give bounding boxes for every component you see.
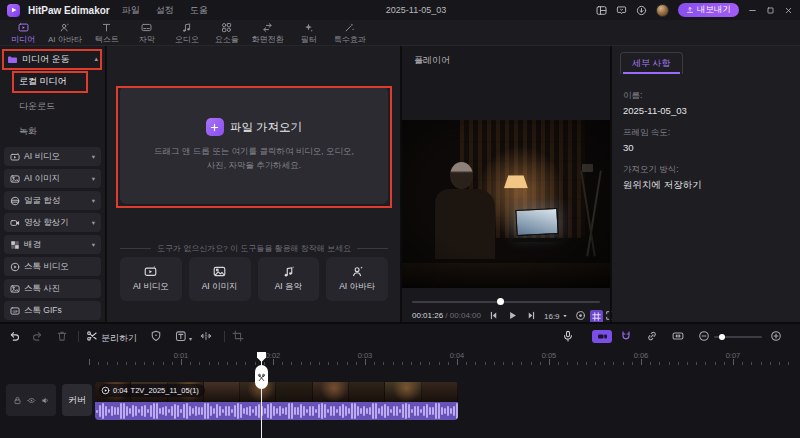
- sidebar-group-stock-gif[interactable]: GIF스톡 GIFs: [4, 301, 101, 320]
- tab-media[interactable]: 미디어: [3, 20, 43, 45]
- sidebar-section-media[interactable]: 미디어 운동 ▴: [0, 49, 105, 69]
- menu-file[interactable]: 파일: [118, 4, 144, 17]
- video-preview[interactable]: [402, 120, 610, 288]
- lock-icon[interactable]: [13, 396, 22, 405]
- ai-tool-ai-video[interactable]: AI 비디오: [120, 257, 182, 301]
- play-button[interactable]: [507, 310, 518, 321]
- ai-tool-ai-music[interactable]: AI 음악: [258, 257, 320, 301]
- undo-button[interactable]: [8, 330, 20, 342]
- sidebar-group-face-swap[interactable]: 얼굴 합성▾: [4, 191, 101, 210]
- sidebar-item-0[interactable]: 로컬 미디어: [0, 69, 105, 94]
- waveform-bar: [354, 403, 356, 419]
- playback-slider-handle[interactable]: [497, 298, 504, 305]
- minimize-button[interactable]: [748, 6, 757, 15]
- fit-timeline-button[interactable]: [672, 330, 684, 342]
- waveform-bar: [240, 404, 242, 419]
- waveform-bar: [369, 407, 371, 416]
- timeline-clip[interactable]: 0:04 T2V_2025_11_05(1): [95, 382, 458, 420]
- sidebar-group-label: 스톡 GIFs: [24, 305, 62, 317]
- ruler-tick: [687, 362, 688, 365]
- menu-settings[interactable]: 설정: [152, 4, 178, 17]
- tab-ai-avatar[interactable]: AI 아바타: [43, 20, 87, 45]
- ruler-tick: [751, 362, 752, 365]
- waveform-bar: [405, 403, 407, 419]
- waveform-bar: [333, 406, 335, 417]
- waveform-bar: [114, 407, 116, 415]
- maximize-button[interactable]: [766, 6, 775, 15]
- stock-gif-icon: GIF: [10, 306, 20, 316]
- tab-label: 화면전환: [252, 34, 284, 45]
- mute-icon[interactable]: [41, 396, 50, 405]
- download-icon[interactable]: [636, 5, 647, 16]
- tab-subtitle[interactable]: 자막: [127, 20, 167, 45]
- cover-button[interactable]: 커버: [62, 384, 92, 416]
- timeline-zoom-handle[interactable]: [719, 334, 725, 340]
- waveform-bar: [330, 406, 332, 416]
- ruler-tick: [393, 362, 394, 365]
- visibility-icon[interactable]: [27, 396, 36, 405]
- tab-filter[interactable]: 필터: [289, 20, 329, 45]
- sidebar-item-2[interactable]: 녹화: [0, 119, 105, 144]
- main-track-toggle[interactable]: [592, 330, 612, 343]
- playback-slider[interactable]: [412, 301, 600, 303]
- menu-help[interactable]: 도움: [186, 4, 212, 17]
- waveform-bar: [246, 407, 248, 416]
- sidebar-group-enhancer[interactable]: 영상 향상기▾: [4, 213, 101, 232]
- zoom-in-button[interactable]: [770, 330, 782, 342]
- layout-icon[interactable]: [596, 5, 607, 16]
- close-button[interactable]: [784, 6, 793, 15]
- link-toggle-button[interactable]: [646, 330, 658, 342]
- tab-transition[interactable]: 화면전환: [247, 20, 289, 45]
- sidebar-group-background[interactable]: 배경▾: [4, 235, 101, 254]
- tab-effects[interactable]: 특수효과: [329, 20, 371, 45]
- caret-down-icon[interactable]: ▾: [92, 219, 95, 227]
- feedback-icon[interactable]: [616, 5, 627, 16]
- titlebar: HitPaw Edimakor 파일 설정 도움 2025-11-05_03 내…: [0, 0, 800, 20]
- snapshot-button[interactable]: [575, 310, 586, 321]
- waveform-bar: [420, 409, 422, 413]
- waveform-bar: [153, 403, 155, 419]
- aspect-ratio-select[interactable]: 16:9: [544, 312, 568, 321]
- snap-toggle-button[interactable]: [620, 330, 632, 342]
- import-dropzone[interactable]: 파일 가져오기 드래그 앤 드롭 또는 여기를 클릭하여 비디오, 오디오, 사…: [120, 86, 388, 204]
- delete-button[interactable]: [56, 330, 68, 342]
- caret-down-icon[interactable]: ▾: [92, 197, 95, 205]
- waveform-bar: [270, 403, 272, 419]
- split-button[interactable]: 분리하기: [101, 332, 137, 345]
- sidebar-group-ai-image[interactable]: AI 이미지▾: [4, 169, 101, 188]
- ruler-tick: [788, 362, 789, 365]
- text-tool-button[interactable]: [175, 330, 187, 342]
- filter-icon: [303, 22, 314, 33]
- record-voiceover-button[interactable]: [562, 330, 574, 342]
- collapse-caret-icon[interactable]: ▴: [94, 55, 98, 63]
- previous-frame-button[interactable]: [488, 310, 499, 321]
- caret-down-icon[interactable]: ▾: [92, 153, 95, 161]
- avatar[interactable]: [656, 4, 669, 17]
- split-icon[interactable]: [86, 330, 98, 342]
- crop-button[interactable]: [232, 330, 244, 342]
- waveform-bar: [453, 406, 455, 415]
- sidebar-item-1[interactable]: 다운로드: [0, 94, 105, 119]
- plus-icon[interactable]: [206, 118, 224, 136]
- delete-gap-button[interactable]: [200, 330, 212, 342]
- tab-details[interactable]: 세부 사항: [620, 52, 683, 74]
- ai-tool-ai-avatar[interactable]: AI 아바타: [326, 257, 388, 301]
- tab-elements[interactable]: 요소들: [207, 20, 247, 45]
- caret-down-icon[interactable]: ▾: [92, 241, 95, 249]
- ai-tool-ai-image[interactable]: AI 이미지: [189, 257, 251, 301]
- sidebar-group-stock-photo[interactable]: 스톡 사진: [4, 279, 101, 298]
- tab-text[interactable]: 텍스트: [87, 20, 127, 45]
- timeline-zoom-slider[interactable]: [714, 336, 762, 338]
- tab-audio[interactable]: 오디오: [167, 20, 207, 45]
- waveform-bar: [195, 406, 197, 416]
- waveform-bar: [273, 406, 275, 416]
- next-frame-button[interactable]: [526, 310, 537, 321]
- redo-button[interactable]: [32, 330, 44, 342]
- sidebar-group-stock-video[interactable]: 스톡 비디오: [4, 257, 101, 276]
- zoom-out-button[interactable]: [698, 330, 710, 342]
- export-button[interactable]: 내보내기: [678, 3, 739, 17]
- timeline-ruler[interactable]: 0:010:020:030:040:050:060:07: [0, 350, 800, 366]
- sidebar-group-ai-video[interactable]: AI 비디오▾: [4, 147, 101, 166]
- marker-button[interactable]: [150, 330, 162, 342]
- caret-down-icon[interactable]: ▾: [92, 175, 95, 183]
